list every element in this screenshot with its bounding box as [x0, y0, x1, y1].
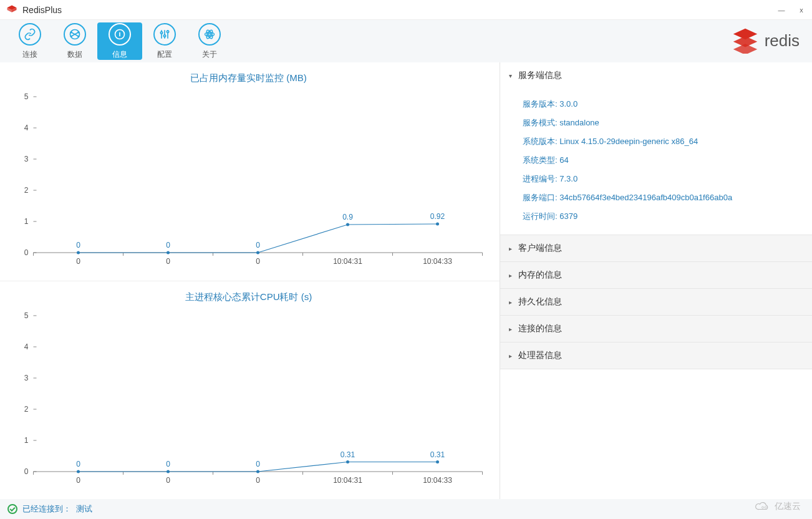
chart-cpu: 主进程核心态累计CPU耗时 (s) 0123450000000.3110:04:… — [0, 281, 500, 500]
svg-text:10:04:31: 10:04:31 — [333, 476, 362, 485]
svg-point-1 — [70, 31, 72, 32]
svg-point-36 — [77, 251, 80, 255]
toolbar-btn-about[interactable]: 关于 — [187, 22, 232, 60]
info-line: 服务端口: 34cb57664f3e4bed234196afb409cb0a1f… — [523, 188, 812, 207]
svg-point-10 — [160, 31, 162, 33]
svg-text:0: 0 — [256, 257, 260, 266]
charts-column: 已占用内存量实时监控 (MB) 0123450000000.910:04:310… — [0, 62, 500, 499]
info-line: 系统类型: 64 — [523, 151, 812, 170]
info-line: 运行时间: 6379 — [523, 207, 812, 226]
chart-title: 主进程核心态累计CPU耗时 (s) — [7, 291, 490, 303]
svg-point-86 — [765, 507, 766, 508]
svg-text:0: 0 — [76, 257, 80, 266]
watermark: 亿速云 — [753, 500, 801, 513]
chevron-right-icon: ▸ — [509, 352, 512, 359]
chevron-right-icon: ▸ — [509, 299, 512, 306]
info-line: 服务模式: standalone — [523, 114, 812, 132]
accordion-header[interactable]: ▸ 客户端信息 — [500, 235, 812, 261]
toolbar-btn-info[interactable]: 信息 — [97, 22, 142, 60]
chart-memory: 已占用内存量实时监控 (MB) 0123450000000.910:04:310… — [0, 62, 500, 281]
close-button[interactable]: x — [797, 6, 806, 14]
toolbar-label: 数据 — [67, 49, 82, 60]
svg-point-45 — [346, 223, 349, 226]
status-value: 测试 — [76, 503, 92, 515]
svg-point-42 — [256, 251, 259, 255]
statusbar: 已经连接到： 测试 — [0, 499, 812, 519]
about-icon — [198, 23, 221, 46]
chevron-down-icon: ▾ — [509, 72, 512, 79]
svg-text:0: 0 — [256, 476, 260, 485]
toolbar-label: 配置 — [157, 49, 172, 60]
info-line: 服务版本: 3.0.0 — [523, 95, 812, 114]
svg-text:0: 0 — [166, 476, 170, 485]
accordion-title: 持久化信息 — [518, 296, 562, 308]
svg-text:0: 0 — [256, 460, 260, 468]
svg-text:0: 0 — [24, 248, 29, 257]
svg-text:0: 0 — [76, 476, 80, 485]
toolbar-label: 信息 — [112, 49, 127, 60]
chevron-right-icon: ▸ — [509, 326, 512, 332]
window-controls: — x — [777, 6, 806, 14]
accordion-header[interactable]: ▸ 持久化信息 — [500, 289, 812, 315]
accordion-header[interactable]: ▸ 连接的信息 — [500, 316, 812, 342]
svg-point-11 — [163, 34, 165, 36]
accordion-title: 连接的信息 — [518, 323, 562, 334]
toolbar-label: 连接 — [22, 49, 37, 60]
svg-point-13 — [208, 33, 210, 35]
accordion-persist-info: ▸ 持久化信息 — [500, 289, 812, 316]
svg-text:0: 0 — [166, 257, 170, 266]
svg-text:5: 5 — [24, 92, 29, 101]
accordion-header[interactable]: ▸ 处理器信息 — [500, 342, 812, 369]
svg-point-70 — [77, 470, 80, 473]
svg-text:3: 3 — [24, 155, 29, 163]
svg-text:4: 4 — [24, 124, 29, 132]
svg-point-48 — [436, 223, 439, 226]
toolbar-btn-connect[interactable]: 连接 — [7, 22, 52, 60]
svg-text:0.9: 0.9 — [342, 213, 353, 221]
watermark-text: 亿速云 — [775, 501, 801, 512]
accordion-title: 处理器信息 — [518, 350, 562, 361]
svg-text:10:04:33: 10:04:33 — [423, 257, 452, 266]
accordion-title: 客户端信息 — [518, 243, 562, 254]
toolbar-btn-config[interactable]: 配置 — [142, 22, 187, 60]
toolbar-label: 关于 — [202, 49, 217, 60]
svg-text:10:04:31: 10:04:31 — [333, 257, 362, 266]
svg-text:0: 0 — [256, 241, 260, 250]
svg-text:0.31: 0.31 — [341, 450, 355, 458]
svg-text:0: 0 — [166, 241, 170, 250]
accordion-cpu-info: ▸ 处理器信息 — [500, 342, 812, 369]
accordion-server-info: ▾ 服务端信息 服务版本: 3.0.0 服务模式: standalone 系统版… — [500, 62, 812, 235]
svg-point-73 — [167, 470, 170, 473]
toolbar-btn-data[interactable]: 数据 — [52, 22, 97, 60]
titlebar: RedisPlus — x — [0, 0, 812, 20]
svg-text:5: 5 — [24, 311, 29, 320]
accordion-title: 服务端信息 — [518, 70, 562, 81]
accordion-header[interactable]: ▾ 服务端信息 — [500, 62, 812, 89]
svg-text:10:04:33: 10:04:33 — [423, 476, 452, 485]
minimize-button[interactable]: — — [777, 6, 786, 14]
svg-point-82 — [436, 460, 439, 463]
info-line: 系统版本: Linux 4.15.0-29deepin-generic x86_… — [523, 132, 812, 151]
app-title: RedisPlus — [22, 5, 62, 15]
accordion-header[interactable]: ▸ 内存的信息 — [500, 262, 812, 288]
app-icon — [6, 4, 17, 16]
link-icon — [19, 23, 41, 46]
accordion-memory-info: ▸ 内存的信息 — [500, 262, 812, 289]
svg-point-4 — [78, 36, 79, 37]
svg-text:0: 0 — [166, 460, 170, 468]
settings-icon — [153, 23, 176, 46]
svg-text:0.92: 0.92 — [430, 212, 445, 221]
svg-point-12 — [167, 31, 168, 32]
brand-logo: redis — [732, 27, 800, 54]
accordion-client-info: ▸ 客户端信息 — [500, 235, 812, 262]
info-line: 进程编号: 7.3.0 — [523, 170, 812, 188]
svg-point-3 — [70, 36, 72, 37]
info-icon — [109, 23, 131, 46]
info-column: ▾ 服务端信息 服务版本: 3.0.0 服务模式: standalone 系统版… — [500, 62, 812, 499]
svg-text:2: 2 — [24, 186, 29, 195]
brand-text: redis — [765, 31, 800, 51]
titlebar-left: RedisPlus — [6, 4, 62, 16]
svg-point-2 — [78, 31, 79, 32]
svg-text:0: 0 — [24, 467, 29, 476]
accordion-title: 内存的信息 — [518, 269, 562, 281]
